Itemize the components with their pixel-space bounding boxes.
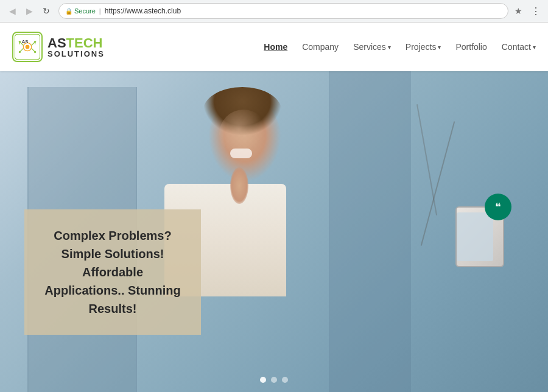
hero-headline: Complex Problems? Simple Solutions! Affo…: [44, 226, 181, 318]
nav-dropdown-projects[interactable]: Projects ▾: [406, 42, 441, 52]
secure-badge: 🔒 Secure: [65, 7, 96, 15]
svg-point-13: [34, 51, 36, 53]
nav-item-portfolio[interactable]: Portfolio: [455, 41, 487, 52]
nav-item-contact[interactable]: Contact ▾: [502, 42, 536, 52]
contact-chevron-icon: ▾: [533, 44, 536, 51]
logo-text: AS TECH SOLUTIONS: [47, 37, 105, 58]
nav-buttons: ◀ ▶ ↻: [5, 4, 54, 18]
address-separator: |: [99, 7, 101, 15]
slider-dot-3[interactable]: [282, 377, 288, 383]
smile: [230, 149, 252, 158]
svg-point-10: [19, 41, 21, 43]
hero-background: ❝ Complex Problems? Simple Solutions! Af…: [0, 71, 548, 392]
svg-text:AS: AS: [22, 39, 28, 44]
nav-contact-label: Contact: [502, 42, 531, 52]
nav-item-home[interactable]: Home: [264, 41, 287, 52]
lock-icon: 🔒: [65, 8, 72, 15]
nav-item-company[interactable]: Company: [302, 41, 339, 52]
svg-point-3: [26, 45, 30, 49]
logo-as: AS: [47, 37, 66, 50]
slider-dot-2[interactable]: [271, 377, 277, 383]
nav-link-company[interactable]: Company: [302, 42, 339, 52]
svg-point-11: [34, 41, 36, 43]
nav-link-home[interactable]: Home: [264, 42, 287, 52]
nav-link-portfolio[interactable]: Portfolio: [455, 42, 487, 52]
quote-button[interactable]: ❝: [485, 194, 511, 220]
logo-icon: AS: [12, 32, 43, 62]
tablet-screen: [457, 212, 493, 261]
browser-chrome: ◀ ▶ ↻ 🔒 Secure | https://www.astech.club…: [0, 0, 548, 23]
nav-projects-label: Projects: [406, 42, 437, 52]
nav-item-projects[interactable]: Projects ▾: [406, 42, 441, 52]
slider-dot-1[interactable]: [260, 377, 266, 383]
svg-point-12: [19, 51, 21, 53]
person-hand: [230, 167, 248, 204]
building-right: [329, 71, 411, 392]
nav-dropdown-contact[interactable]: Contact ▾: [502, 42, 536, 52]
url-text: https://www.astech.club: [105, 7, 502, 15]
bookmark-button[interactable]: ★: [513, 5, 524, 17]
browser-menu-button[interactable]: ⋮: [529, 4, 543, 18]
nav-item-services[interactable]: Services ▾: [353, 42, 391, 52]
site-navigation: AS AS TECH SOLUTIONS Home Company Servic…: [0, 23, 548, 71]
quote-icon: ❝: [495, 200, 501, 214]
browser-toolbar: ◀ ▶ ↻ 🔒 Secure | https://www.astech.club…: [0, 0, 548, 22]
address-bar[interactable]: 🔒 Secure | https://www.astech.club: [58, 3, 508, 19]
secure-label: Secure: [74, 7, 96, 15]
hero-text-box: Complex Problems? Simple Solutions! Affo…: [24, 209, 201, 335]
nav-menu: Home Company Services ▾ Projects ▾ Portf…: [264, 41, 536, 52]
nav-services-label: Services: [353, 42, 386, 52]
logo-solutions: SOLUTIONS: [47, 50, 105, 58]
slider-dots: [260, 377, 288, 383]
logo[interactable]: AS AS TECH SOLUTIONS: [12, 32, 105, 62]
website-content: AS AS TECH SOLUTIONS Home Company Servic…: [0, 23, 548, 392]
hero-section: ❝ Complex Problems? Simple Solutions! Af…: [0, 71, 548, 392]
refresh-button[interactable]: ↻: [39, 4, 54, 18]
nav-dropdown-services[interactable]: Services ▾: [353, 42, 391, 52]
logo-tech: TECH: [66, 37, 103, 50]
services-chevron-icon: ▾: [388, 44, 391, 51]
back-button[interactable]: ◀: [5, 4, 19, 18]
projects-chevron-icon: ▾: [438, 44, 441, 51]
forward-button[interactable]: ▶: [22, 4, 37, 18]
